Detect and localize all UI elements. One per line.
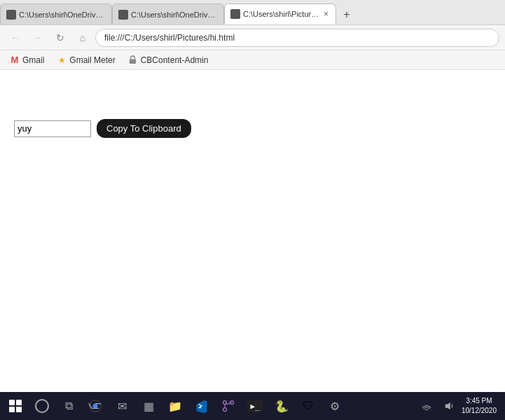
bookmark-gmail-meter-label: Gmail Meter [69,55,115,65]
gear-icon: ⚙ [330,400,340,413]
tab-label-1: C:\Users\shirl\OneDrive\Ser [19,10,106,19]
browser-tab-2[interactable]: C:\Users\shirl\OneDrive\Ser [112,4,224,24]
svg-point-15 [93,404,98,409]
forward-icon: → [33,32,43,43]
start-button[interactable] [3,393,28,419]
tab-favicon-2 [118,10,128,20]
search-circle-icon [35,399,49,413]
taskbar-calendar-button[interactable]: ▦ [136,393,161,419]
reload-icon: ↻ [56,32,64,43]
terminal-icon: ▶_ [247,400,262,412]
mail-icon: ✉ [118,400,127,413]
browser-tab-1[interactable]: C:\Users\shirl\OneDrive\Ser [0,4,112,24]
tab-close-3[interactable]: × [322,8,330,20]
reload-button[interactable]: ↻ [50,28,70,48]
gmail-icon: M [10,55,20,65]
taskbar: ⧉ ✉ ▦ 📁 [0,392,505,420]
system-tray: 3:45 PM 10/12/2020 [411,396,502,416]
git-icon [221,399,235,413]
copy-to-clipboard-button[interactable]: Copy To Clipboard [97,119,191,138]
tray-network-icon[interactable] [417,396,436,416]
svg-marker-20 [445,402,450,410]
taskbar-search-button[interactable] [29,393,55,419]
taskbar-shield-button[interactable]: 🛡 [296,393,321,419]
tab-bar: C:\Users\shirl\OneDrive\Ser C:\Users\shi… [0,0,505,25]
taskbar-vscode-button[interactable] [189,393,214,419]
svg-point-17 [223,401,227,405]
address-bar[interactable]: file:///C:/Users/shirl/Pictures/hi.html [95,29,499,47]
browser-tab-3[interactable]: C:\Users\shirl\Pictures\h × [224,4,336,24]
taskbar-mail-button[interactable]: ✉ [109,393,134,419]
tab-label-3: C:\Users\shirl\Pictures\h [243,10,319,18]
taskbar-clock: 3:45 PM 10/12/2020 [462,396,497,416]
bookmarks-bar: M Gmail ★ Gmail Meter CBContent-Admin [0,50,505,70]
star-icon: ★ [57,55,67,65]
bookmark-cbcontent-label: CBContent-Admin [141,55,209,65]
svg-rect-12 [130,59,136,64]
tab-favicon-3 [230,9,240,19]
taskbar-git-button[interactable] [216,393,241,419]
page-content: Copy To Clipboard [0,70,505,392]
chrome-icon [88,399,102,413]
browser-window: C:\Users\shirl\OneDrive\Ser C:\Users\shi… [0,0,505,420]
python-icon: 🐍 [275,400,289,413]
home-icon: ⌂ [80,32,85,43]
tab-label-2: C:\Users\shirl\OneDrive\Ser [131,10,218,19]
bookmark-gmail-label: Gmail [22,55,44,65]
taskbar-taskview-button[interactable]: ⧉ [56,393,81,419]
taskbar-explorer-button[interactable]: 📁 [162,393,188,419]
windows-logo-icon [9,400,22,412]
svg-point-19 [223,408,227,412]
taskbar-python-button[interactable]: 🐍 [269,393,294,419]
bookmark-gmail-meter[interactable]: ★ Gmail Meter [53,54,119,66]
taskview-icon: ⧉ [65,400,73,412]
taskbar-terminal-button[interactable]: ▶_ [242,393,268,419]
back-icon: ← [11,32,20,43]
lock-icon [128,55,138,65]
content-area: Copy To Clipboard [14,119,491,138]
folder-icon: 📁 [168,400,182,413]
back-button[interactable]: ← [6,28,25,48]
calendar-icon: ▦ [144,400,154,413]
bookmark-gmail[interactable]: M Gmail [6,54,48,66]
home-button[interactable]: ⌂ [73,28,92,48]
bookmark-cbcontent[interactable]: CBContent-Admin [124,54,213,66]
browser-toolbar: ← → ↻ ⌂ file:///C:/Users/shirl/Pictures/… [0,25,505,50]
new-tab-button[interactable]: + [336,5,357,24]
tray-volume-icon[interactable] [439,396,459,416]
forward-button[interactable]: → [28,28,48,48]
vscode-icon [195,399,209,413]
taskbar-chrome-button[interactable] [83,393,108,419]
shield-icon: 🛡 [303,400,314,412]
address-text: file:///C:/Users/shirl/Pictures/hi.html [104,33,235,43]
text-input[interactable] [14,120,91,137]
tab-favicon-1 [6,10,16,20]
taskbar-settings-button[interactable]: ⚙ [322,393,347,419]
